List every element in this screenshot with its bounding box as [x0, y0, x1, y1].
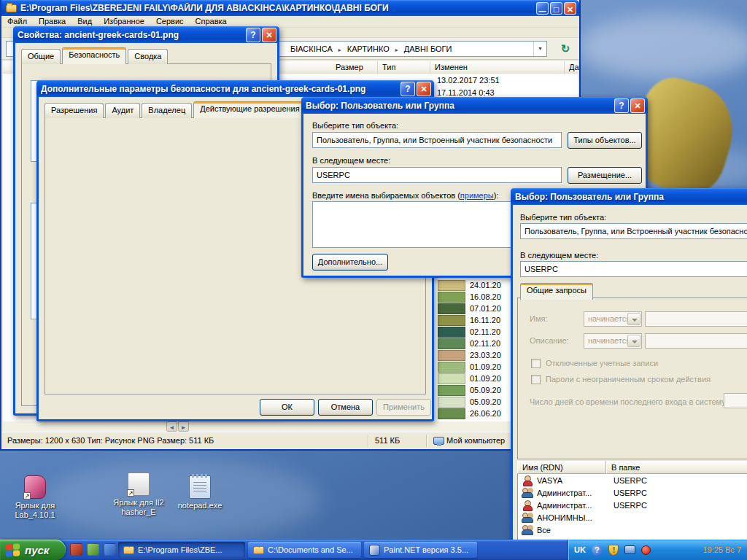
checkbox[interactable] — [531, 359, 541, 368]
title-bar[interactable]: Выбор: Пользователь или Группа — [511, 188, 747, 205]
file-row[interactable]: 02.11.20 — [438, 326, 501, 338]
title-bar[interactable]: Дополнительные параметры безопасности дл… — [36, 80, 434, 97]
title-bar[interactable]: Свойства: ancient-greek-cards-01.png — [13, 26, 279, 43]
results-column-folder[interactable]: В папке — [606, 461, 747, 474]
taskbar-item-explorer[interactable]: E:\Program Files\ZBE... — [118, 542, 245, 558]
advanced-button[interactable]: Дополнительно... — [312, 254, 388, 271]
file-thumbnail — [438, 350, 465, 361]
help-button[interactable] — [400, 82, 415, 96]
description-input[interactable] — [645, 333, 747, 349]
menu-favorites[interactable]: Избранное — [98, 16, 150, 27]
days-since-logon-input[interactable] — [724, 393, 747, 408]
menu-help[interactable]: Справка — [190, 16, 233, 27]
location-field[interactable]: USERPC — [312, 167, 562, 183]
menu-view[interactable]: Вид — [71, 16, 98, 27]
file-row[interactable]: 05.09.20 — [438, 396, 501, 408]
horizontal-scrollbar[interactable] — [3, 421, 578, 432]
minimize-button[interactable] — [536, 2, 549, 15]
scroll-left-icon[interactable] — [166, 421, 177, 432]
result-row[interactable]: Администрат...USERPC — [518, 486, 747, 499]
tab-auditing[interactable]: Аудит — [105, 103, 140, 118]
file-row[interactable]: 16.11.20 — [438, 314, 501, 326]
clock[interactable]: 19:25 Вс 7 — [703, 545, 741, 554]
object-type-field[interactable]: Пользователь, Группа, или Встроенный уча… — [520, 223, 747, 239]
desktop-icon-lab4101[interactable]: Ярлык для Lab_4.10.1 — [4, 475, 66, 520]
desktop-icon-label: Ярлык для Lab_4.10.1 — [4, 501, 66, 520]
result-row[interactable]: АНОНИМНЫ... — [518, 511, 747, 524]
quick-launch-icon-2[interactable] — [87, 543, 99, 556]
name-condition-dropdown[interactable]: начинается — [584, 311, 642, 327]
display-tray-icon[interactable] — [624, 545, 635, 554]
column-header-size[interactable]: Размер — [331, 61, 378, 74]
ok-button[interactable]: ОК — [260, 399, 314, 416]
checkbox[interactable] — [531, 375, 541, 384]
close-button[interactable] — [564, 2, 576, 15]
breadcrumb-segment[interactable]: ДАВНІ БОГИ — [400, 44, 456, 53]
title-bar[interactable]: E:\Program Files\ZBEREJENI FAILY\ФАЙЛИ Д… — [1, 0, 579, 16]
file-row[interactable]: 01.09.20 — [438, 373, 501, 384]
result-row[interactable]: Администрат...USERPC — [518, 499, 747, 511]
address-dropdown-button[interactable] — [533, 42, 546, 56]
result-name: VASYA — [537, 476, 610, 485]
column-header-modified[interactable]: Изменен — [430, 61, 565, 74]
scroll-right-icon[interactable] — [178, 421, 189, 432]
taskbar-item-documents[interactable]: C:\Documents and Se... — [248, 542, 361, 558]
file-row-modified[interactable]: 17.11.2014 0:43 — [437, 88, 495, 97]
result-row[interactable]: VASYAUSERPC — [518, 474, 747, 486]
file-row[interactable]: 16.08.20 — [438, 291, 501, 303]
location-field[interactable]: USERPC — [520, 261, 747, 277]
cancel-button[interactable]: Отмена — [318, 399, 373, 416]
desktop-icon-il2hasher-e[interactable]: Ярлык для Il2 hasher_E — [108, 472, 169, 517]
close-button[interactable] — [417, 82, 431, 96]
file-row[interactable]: 07.01.20 — [438, 303, 501, 314]
file-row[interactable]: 02.11.20 — [438, 338, 501, 349]
taskbar-item-paintnet[interactable]: Paint.NET версия 3.5... — [364, 542, 477, 558]
language-indicator[interactable]: UK — [574, 545, 586, 554]
disabled-accounts-row: Отключенные учетные записи — [531, 357, 658, 370]
locations-button[interactable]: Размещение... — [568, 167, 642, 184]
tab-effective-permissions[interactable]: Действующие разрешения — [193, 101, 306, 118]
tab-permissions[interactable]: Разрешения — [44, 103, 104, 118]
file-row[interactable]: 05.09.20 — [438, 384, 501, 396]
alert-tray-icon[interactable] — [641, 545, 651, 555]
name-input[interactable] — [645, 311, 747, 327]
description-condition-dropdown[interactable]: начинается — [584, 333, 642, 349]
file-row[interactable]: 01.09.20 — [438, 361, 501, 373]
file-row[interactable]: 26.06.20 — [438, 408, 501, 419]
maximize-button[interactable] — [550, 2, 562, 15]
tab-security[interactable]: Безопасность — [62, 47, 126, 64]
tab-summary[interactable]: Сводка — [128, 49, 168, 64]
start-button[interactable]: пуск — [0, 540, 66, 560]
quick-launch-icon-1[interactable] — [70, 543, 82, 556]
help-button[interactable] — [246, 28, 260, 42]
results-column-name[interactable]: Имя (RDN) — [517, 461, 606, 474]
help-button[interactable] — [614, 98, 629, 113]
file-row-modified[interactable]: 13.02.2017 23:51 — [437, 76, 500, 85]
tab-owner[interactable]: Владелец — [142, 103, 192, 118]
security-shield-icon[interactable] — [608, 545, 619, 556]
description-label: Описание: — [530, 336, 569, 345]
help-tray-icon[interactable] — [592, 545, 603, 556]
file-row[interactable]: 23.03.20 — [438, 349, 501, 361]
menu-edit[interactable]: Правка — [33, 16, 71, 27]
column-header-date[interactable]: Да — [565, 61, 581, 74]
object-type-field[interactable]: Пользователь, Группа, или Встроенный уча… — [312, 132, 562, 148]
object-types-button[interactable]: Типы объектов... — [568, 132, 642, 149]
result-row[interactable]: Все — [518, 524, 747, 536]
breadcrumb-segment[interactable]: БІАСКІНСА — [287, 44, 336, 53]
desktop-icon-notepad[interactable]: notepad.exe — [169, 475, 231, 510]
tab-general[interactable]: Общие — [21, 49, 61, 64]
menu-tools[interactable]: Сервис — [150, 16, 190, 27]
refresh-icon[interactable] — [557, 43, 573, 56]
examples-link[interactable]: примеры — [460, 191, 494, 200]
breadcrumb-segment[interactable]: КАРТИНКО — [344, 44, 393, 53]
close-button[interactable] — [262, 28, 276, 42]
quick-launch-icon-3[interactable] — [104, 543, 116, 556]
tab-common-queries[interactable]: Общие запросы — [520, 283, 593, 300]
file-row[interactable]: 24.01.20 — [438, 279, 501, 291]
close-button[interactable] — [630, 98, 645, 113]
column-header-type[interactable]: Тип — [378, 61, 430, 74]
menu-file[interactable]: Файл — [1, 16, 33, 27]
apply-button[interactable]: Применить — [376, 399, 431, 416]
title-bar[interactable]: Выбор: Пользователь или Группа — [301, 97, 648, 114]
